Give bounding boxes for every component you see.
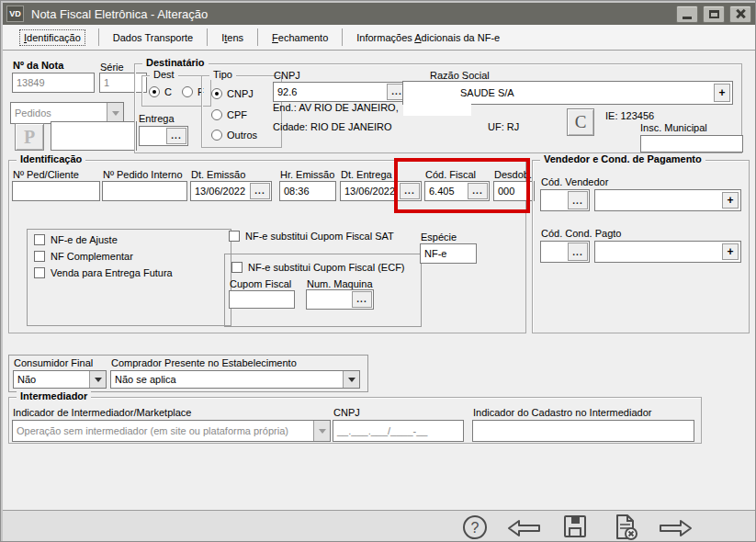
checkbox-icon bbox=[231, 262, 243, 273]
checkbox-icon bbox=[34, 234, 45, 245]
num-maquina-field[interactable]: ... bbox=[306, 289, 374, 310]
dropdown-arrow-icon bbox=[313, 421, 330, 441]
indicador-intermediador-label: Indicador de Intermediador/Marketplace bbox=[13, 407, 191, 418]
forward-button[interactable] bbox=[659, 517, 694, 542]
comprador-presente-label: Comprador Presente no Estabelecimento bbox=[111, 357, 297, 368]
tab-identificacao[interactable]: Identificação bbox=[6, 25, 98, 50]
close-button[interactable] bbox=[729, 6, 751, 23]
tab-strip: Identificação Dados Transporte Itens Fec… bbox=[3, 25, 755, 51]
add-plus-button[interactable]: + bbox=[714, 84, 730, 102]
forward-arrow-icon bbox=[659, 517, 694, 539]
radio-icon bbox=[211, 130, 222, 141]
consumidor-final-label: Consumidor Final bbox=[14, 357, 93, 368]
minimize-icon bbox=[683, 17, 692, 19]
cupom-fiscal-field[interactable] bbox=[229, 290, 295, 309]
indicador-intermediador-dropdown[interactable]: Operação sem intermediador (em site ou p… bbox=[12, 420, 331, 442]
cod-cond-pagto-label: Cód. Cond. Pagto bbox=[541, 228, 621, 239]
dropdown-arrow-icon bbox=[107, 103, 123, 123]
cod-vendedor-label: Cód. Vendedor bbox=[541, 176, 608, 187]
minimize-button[interactable] bbox=[676, 6, 698, 23]
endereco-text: End.: AV RIO DE JANEIRO, bbox=[273, 102, 399, 113]
especie-label: Espécie bbox=[421, 231, 457, 243]
title-bar: VD Nota Fiscal Eletrônica - Alteração bbox=[3, 3, 755, 25]
bottom-toolbar bbox=[3, 510, 755, 541]
back-arrow-icon bbox=[506, 517, 541, 539]
intermediador-title: Intermediador bbox=[17, 390, 91, 401]
p-button[interactable]: P bbox=[15, 123, 44, 151]
calendar-ellipsis-button[interactable]: ... bbox=[250, 183, 270, 199]
insc-municipal-label: Insc. Municipal bbox=[640, 122, 707, 133]
maximize-icon bbox=[709, 10, 719, 18]
ped-cliente-label: Nº Ped/Cliente bbox=[13, 169, 79, 180]
c-button[interactable]: C bbox=[567, 108, 594, 136]
hr-emissao-field[interactable]: 08:36 bbox=[279, 181, 336, 201]
dropdown-arrow-icon bbox=[89, 371, 106, 388]
cond-pagto-name-field[interactable]: + bbox=[594, 241, 741, 263]
help-icon: ? bbox=[461, 514, 489, 541]
checkbox-nfe-ajuste[interactable]: NF-e de Ajuste bbox=[34, 234, 118, 245]
consumidor-final-dropdown[interactable]: Não bbox=[13, 370, 107, 389]
comprador-presente-dropdown[interactable]: Não se aplica bbox=[110, 370, 360, 389]
dt-emissao-field[interactable]: 13/06/2022... bbox=[190, 181, 272, 201]
num-maquina-label: Num. Maquina bbox=[307, 278, 373, 289]
tipo-label: Tipo bbox=[209, 69, 236, 80]
destinatario-title: Destinatário bbox=[142, 57, 209, 68]
checkbox-substitui-ecf[interactable]: NF-e substitui Cupom Fiscal (ECF) bbox=[231, 262, 405, 273]
checkbox-substitui-sat[interactable]: NF-e substitui Cupom Fiscal SAT bbox=[229, 231, 394, 242]
close-icon bbox=[735, 8, 746, 19]
pedido-interno-field[interactable] bbox=[102, 181, 187, 201]
tab-dados-transporte[interactable]: Dados Transporte bbox=[99, 25, 207, 50]
especie-field[interactable]: NF-e bbox=[420, 243, 477, 264]
tipo-radio-outros[interactable]: Outros bbox=[211, 130, 257, 141]
tipo-radio-cnpj[interactable]: CNPJ bbox=[211, 88, 254, 99]
entrega-label: Entrega bbox=[139, 113, 175, 124]
nota-aux-field[interactable] bbox=[51, 121, 137, 151]
add-plus-button[interactable]: + bbox=[722, 243, 739, 260]
checkbox-icon bbox=[229, 231, 240, 242]
intermediador-cnpj-field[interactable]: __.___.___/____-__ bbox=[333, 420, 464, 442]
vendedor-title: Vendedor e Cond. de Pagamento bbox=[540, 153, 705, 164]
razao-social-label: Razão Social bbox=[430, 70, 490, 81]
checkbox-icon bbox=[34, 267, 45, 278]
vendedor-name-field[interactable]: + bbox=[594, 189, 741, 211]
cupom-fiscal-label: Cupom Fiscal bbox=[230, 278, 291, 289]
cod-cond-pagto-field[interactable]: ... bbox=[540, 241, 590, 263]
help-button[interactable]: ? bbox=[461, 514, 489, 542]
nota-field[interactable]: 13849 bbox=[12, 73, 95, 93]
dt-emissao-label: Dt. Emissão bbox=[191, 169, 245, 180]
highlight-rectangle bbox=[394, 158, 530, 213]
radio-icon bbox=[211, 88, 222, 99]
tab-fechamento[interactable]: Fechamento bbox=[258, 25, 342, 50]
radio-icon bbox=[211, 109, 222, 120]
cod-vendedor-field[interactable]: ... bbox=[540, 189, 590, 211]
checkbox-venda-entrega-futura[interactable]: Venda para Entrega Futura bbox=[34, 267, 173, 278]
tipo-radio-cpf[interactable]: CPF bbox=[211, 109, 247, 120]
cadastro-intermediador-field[interactable] bbox=[472, 420, 694, 442]
ped-cliente-field[interactable] bbox=[12, 181, 100, 201]
lookup-ellipsis-button[interactable]: ... bbox=[166, 128, 186, 144]
cidade-text: Cidade: RIO DE JANEIRO bbox=[273, 121, 392, 132]
uf-text: UF: RJ bbox=[488, 121, 519, 132]
lookup-ellipsis-button[interactable]: ... bbox=[568, 243, 588, 261]
dest-radio-c[interactable]: C bbox=[149, 86, 172, 97]
cnpj-label: CNPJ bbox=[274, 70, 300, 81]
add-plus-button[interactable]: + bbox=[722, 192, 739, 209]
dropdown-arrow-icon bbox=[343, 371, 359, 388]
hr-emissao-label: Hr. Emissão bbox=[280, 169, 334, 180]
checkbox-nf-complementar[interactable]: NF Complementar bbox=[34, 251, 133, 262]
maximize-button[interactable] bbox=[703, 6, 725, 23]
app-window: VD Nota Fiscal Eletrônica - Alteração Id… bbox=[0, 0, 756, 542]
svg-text:?: ? bbox=[471, 520, 480, 536]
app-icon: VD bbox=[6, 6, 24, 22]
save-button[interactable] bbox=[561, 513, 589, 542]
back-button[interactable] bbox=[506, 517, 541, 542]
entrega-field[interactable]: ... bbox=[139, 126, 188, 146]
intermediador-cnpj-label: CNPJ bbox=[333, 407, 360, 418]
tab-itens[interactable]: Itens bbox=[208, 25, 257, 50]
lookup-ellipsis-button[interactable]: ... bbox=[568, 191, 588, 209]
cnpj-field[interactable]: 92.6... bbox=[273, 82, 409, 102]
lookup-ellipsis-button[interactable]: ... bbox=[352, 291, 372, 308]
insc-municipal-field[interactable] bbox=[640, 135, 743, 152]
tab-informacoes-adicionais[interactable]: Informações Adicionais da NF-e bbox=[343, 25, 513, 50]
cancel-document-button[interactable] bbox=[610, 513, 639, 542]
